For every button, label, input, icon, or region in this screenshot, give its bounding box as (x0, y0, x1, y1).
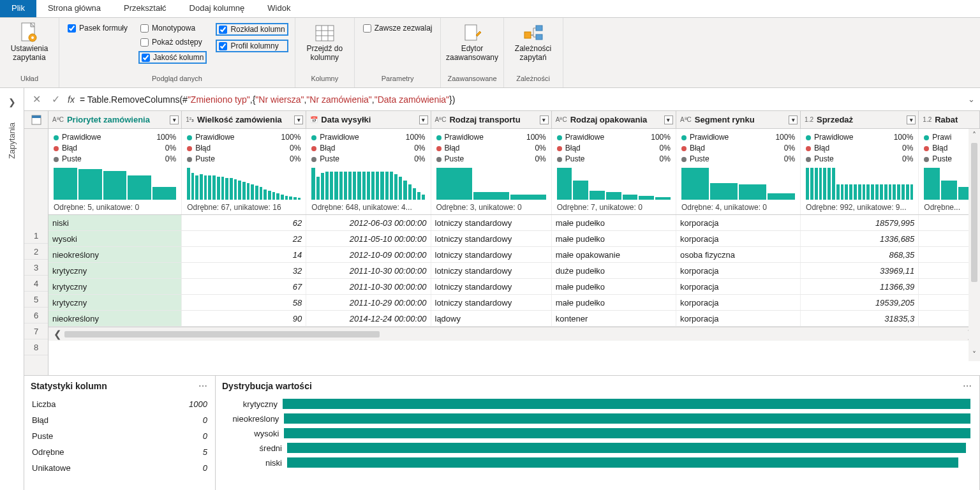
cell[interactable]: korporacja (676, 311, 801, 326)
cell[interactable]: małe pudełko (552, 215, 676, 230)
cell[interactable]: 14 (182, 247, 306, 262)
cell[interactable]: osoba fizyczna (676, 247, 801, 262)
row-number[interactable]: 5 (24, 292, 48, 308)
cell[interactable]: 11366,39 (801, 279, 919, 294)
cell[interactable]: 22 (182, 231, 306, 246)
cell[interactable]: 90 (182, 311, 306, 326)
cell[interactable]: 2011-05-10 00:00:00 (306, 231, 431, 246)
scroll-left-icon[interactable]: ❮ (51, 329, 64, 340)
tab-view[interactable]: Widok (256, 0, 302, 17)
table-row[interactable]: wysoki222011-05-10 00:00:00lotniczy stan… (48, 231, 980, 247)
cell[interactable]: lotniczy standardowy (431, 279, 552, 294)
always-allow-checkbox[interactable]: Zawsze zezwalaj (361, 23, 434, 33)
more-menu-button[interactable]: ⋯ (198, 381, 209, 391)
cell[interactable]: nieokreślony (48, 247, 182, 262)
horizontal-scrollbar[interactable]: ❮❯ (48, 327, 980, 341)
scroll-down-icon[interactable]: ˅ (972, 348, 976, 361)
table-row[interactable]: krytyczny672011-10-30 00:00:00lotniczy s… (48, 279, 980, 295)
table-row[interactable]: krytyczny322011-10-30 00:00:00lotniczy s… (48, 263, 980, 279)
cell[interactable]: korporacja (676, 231, 801, 246)
tab-file[interactable]: Plik (0, 0, 36, 17)
cell[interactable]: lotniczy standardowy (431, 247, 552, 262)
row-number[interactable]: 4 (24, 276, 48, 292)
formula-cancel-button[interactable]: ✕ (29, 93, 43, 105)
row-number[interactable]: 8 (24, 339, 48, 355)
select-all-button[interactable] (24, 111, 48, 129)
cell[interactable]: 31835,3 (801, 311, 919, 326)
cell[interactable]: 2012-06-03 00:00:00 (306, 215, 431, 230)
cell[interactable]: 58 (182, 295, 306, 310)
cell[interactable]: niski (48, 215, 182, 230)
tab-addcolumn[interactable]: Dodaj kolumnę (178, 0, 256, 17)
cell[interactable]: wysoki (48, 231, 182, 246)
filter-dropdown-icon[interactable]: ▾ (907, 115, 916, 124)
column-header-sales[interactable]: 1.2Sprzedaż▾ (801, 111, 919, 128)
formula-confirm-button[interactable]: ✓ (48, 93, 63, 105)
cell[interactable]: małe pudełko (552, 231, 676, 246)
cell[interactable]: 2011-10-29 00:00:00 (306, 295, 431, 310)
fx-icon[interactable]: fx (68, 94, 75, 105)
chevron-right-icon[interactable]: ❯ (8, 97, 16, 107)
cell[interactable]: lotniczy standardowy (431, 263, 552, 278)
filter-dropdown-icon[interactable]: ▾ (540, 115, 549, 124)
table-row[interactable]: nieokreślony142012-10-09 00:00:00lotnicz… (48, 247, 980, 263)
cell[interactable]: krytyczny (48, 279, 182, 294)
formula-input[interactable]: = Table.RemoveColumns(#"Zmieniono typ",{… (80, 94, 963, 105)
column-quality-checkbox[interactable]: Jakość kolumn (138, 51, 207, 64)
cell[interactable]: 19539,205 (801, 295, 919, 310)
cell[interactable]: 2012-10-09 00:00:00 (306, 247, 431, 262)
cell[interactable]: lotniczy standardowy (431, 295, 552, 310)
cell[interactable]: małe pudełko (552, 295, 676, 310)
advanced-editor-button[interactable]: Edytor zaawansowany (449, 23, 495, 63)
table-row[interactable]: krytyczny582011-10-29 00:00:00lotniczy s… (48, 295, 980, 311)
filter-dropdown-icon[interactable]: ▾ (170, 115, 179, 124)
cell[interactable]: 33969,11 (801, 263, 919, 278)
whitespace-checkbox[interactable]: Pokaż odstępy (138, 37, 207, 47)
filter-dropdown-icon[interactable]: ▾ (419, 115, 428, 124)
tab-transform[interactable]: Przekształć (112, 0, 177, 17)
cell[interactable]: kontener (552, 311, 676, 326)
goto-column-button[interactable]: Przejdź do kolumny (302, 23, 348, 63)
cell[interactable]: korporacja (676, 279, 801, 294)
formula-bar-checkbox[interactable]: Pasek formuły (66, 23, 130, 33)
column-header-ordersize[interactable]: 1²₃Wielkość zamówienia▾ (182, 111, 306, 128)
column-header-shipdate[interactable]: 📅Data wysyłki▾ (306, 111, 431, 128)
cell[interactable]: lądowy (431, 311, 552, 326)
cell[interactable]: korporacja (676, 215, 801, 230)
cell[interactable]: korporacja (676, 295, 801, 310)
row-number[interactable]: 1 (24, 228, 48, 244)
cell[interactable]: duże pudełko (552, 263, 676, 278)
cell[interactable]: krytyczny (48, 263, 182, 278)
column-header-packaging[interactable]: AᴮCRodzaj opakowania▾ (552, 111, 676, 128)
table-row[interactable]: niski622012-06-03 00:00:00lotniczy stand… (48, 215, 980, 231)
cell[interactable]: małe pudełko (552, 279, 676, 294)
row-number[interactable]: 2 (24, 244, 48, 260)
cell[interactable]: 62 (182, 215, 306, 230)
filter-dropdown-icon[interactable]: ▾ (294, 115, 303, 124)
column-header-transport[interactable]: AᴮCRodzaj transportu▾ (431, 111, 552, 128)
queries-pane-collapsed[interactable]: ❯ Zapytania (0, 88, 24, 490)
cell[interactable]: małe opakowanie (552, 247, 676, 262)
cell[interactable]: 2011-10-30 00:00:00 (306, 279, 431, 294)
query-dependencies-button[interactable]: Zależności zapytań (510, 23, 556, 63)
filter-dropdown-icon[interactable]: ▾ (789, 115, 798, 124)
scroll-thumb[interactable] (971, 143, 977, 282)
cell[interactable]: 32 (182, 263, 306, 278)
scroll-up-icon[interactable]: ˄ (972, 129, 976, 142)
cell[interactable]: lotniczy standardowy (431, 215, 552, 230)
row-number[interactable]: 7 (24, 323, 48, 339)
monospace-checkbox[interactable]: Monotypowa (138, 23, 207, 33)
tab-home[interactable]: Strona główna (36, 0, 112, 17)
row-number[interactable]: 3 (24, 260, 48, 276)
column-profile-checkbox[interactable]: Profil kolumny (216, 40, 288, 52)
vertical-scrollbar[interactable]: ˄ ˅ (969, 129, 980, 361)
column-header-segment[interactable]: AᴮCSegment rynku▾ (676, 111, 801, 128)
cell[interactable]: 18579,995 (801, 215, 919, 230)
cell[interactable]: lotniczy standardowy (431, 231, 552, 246)
more-menu-button[interactable]: ⋯ (963, 381, 973, 391)
cell[interactable]: 2014-12-24 00:00:00 (306, 311, 431, 326)
query-settings-button[interactable]: Ustawienia zapytania (6, 23, 52, 63)
column-header-priority[interactable]: AᴮCPriorytet zamówienia▾ (48, 111, 182, 128)
filter-dropdown-icon[interactable]: ▾ (664, 115, 673, 124)
cell[interactable]: korporacja (676, 263, 801, 278)
